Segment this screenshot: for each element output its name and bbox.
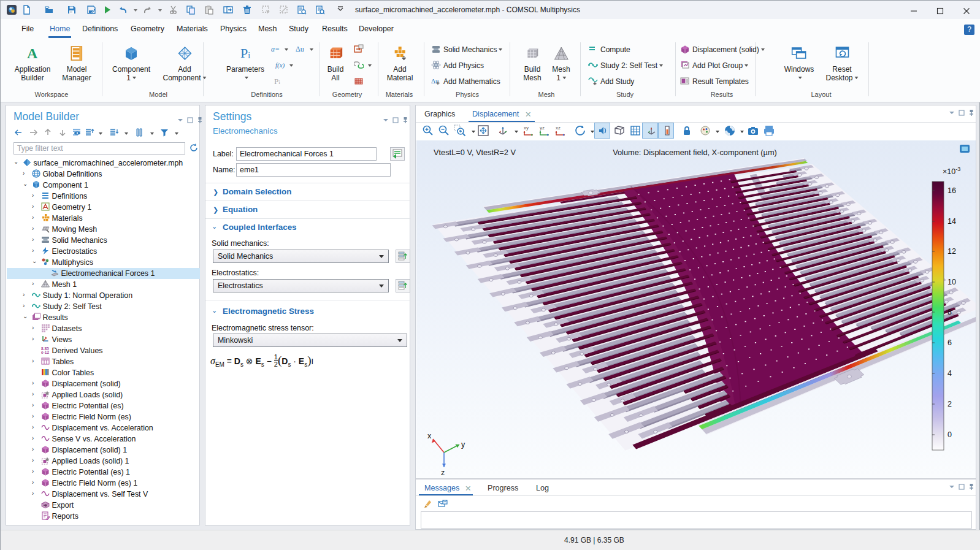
svg-text:y: y [461,440,465,449]
svg-text:Pi: Pi [240,45,250,61]
svg-text:2: 2 [947,400,952,408]
svg-text:Pi: Pi [274,77,280,86]
svg-text:16: 16 [947,186,956,195]
svg-text:yz: yz [540,125,545,131]
svg-text:A: A [27,45,38,61]
svg-text:VtestL=0 V, VtestR=2 V: VtestL=0 V, VtestR=2 V [434,148,516,157]
svg-text:x: x [427,432,432,440]
svg-text:4: 4 [947,369,952,378]
svg-text:xz: xz [556,125,561,131]
svg-text:8: 8 [947,308,952,316]
svg-text:Volume: Displacement field, X-: Volume: Displacement field, X-component … [613,148,777,157]
svg-text:6: 6 [947,338,952,347]
svg-text:12: 12 [947,247,956,256]
svg-text:z: z [441,468,445,477]
svg-text:10: 10 [947,278,956,286]
svg-text:f(x): f(x) [275,61,285,69]
svg-text:14: 14 [947,217,956,226]
svg-text:e-12: e-12 [41,350,49,354]
svg-text:xy: xy [524,125,529,131]
svg-text:a=: a= [271,45,280,53]
svg-text:Δu: Δu [296,45,304,53]
svg-text:0: 0 [947,430,952,439]
